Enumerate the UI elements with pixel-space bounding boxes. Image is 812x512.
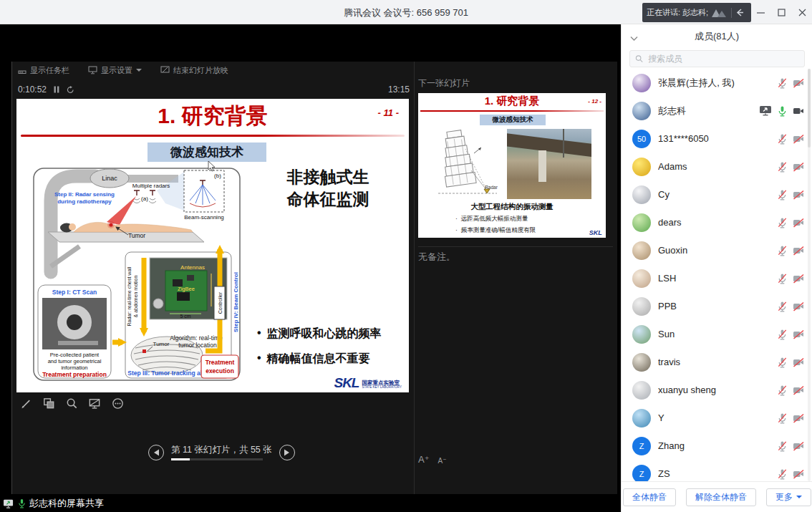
mute-all-button[interactable]: 全体静音: [623, 488, 676, 506]
camera-off-icon[interactable]: [793, 134, 804, 144]
avatar: Z: [632, 465, 651, 482]
mic-muted-icon[interactable]: [777, 161, 788, 173]
more-options-icon[interactable]: [110, 395, 125, 411]
avatar: [632, 185, 651, 204]
camera-off-icon[interactable]: [793, 274, 804, 284]
member-row[interactable]: xuanyu sheng: [622, 376, 812, 404]
minimize-button[interactable]: [750, 0, 771, 24]
member-row[interactable]: Sun: [622, 320, 812, 348]
zigbee-label: ZigBee: [178, 286, 195, 292]
member-row[interactable]: dears: [622, 208, 812, 236]
return-arrow-icon[interactable]: [735, 8, 745, 17]
mic-muted-icon[interactable]: [777, 273, 788, 284]
mic-muted-icon[interactable]: [777, 189, 788, 201]
preview-bullets: ·远距高低频大幅振动测量 ·频率测量准确/幅值精度有限: [455, 215, 536, 238]
camera-off-icon[interactable]: [793, 469, 804, 479]
member-row[interactable]: 50131****6050: [622, 125, 812, 153]
camera-off-icon[interactable]: [793, 441, 804, 451]
maximize-button[interactable]: [771, 0, 792, 24]
close-button[interactable]: [792, 0, 812, 24]
more-button[interactable]: 更多: [766, 488, 811, 506]
member-name: LSH: [658, 273, 777, 284]
pane-divider: [414, 62, 415, 494]
member-row[interactable]: ZZhang: [622, 432, 812, 460]
member-name: 131****6050: [658, 133, 777, 144]
svg-text:execution: execution: [206, 367, 234, 375]
member-row[interactable]: PPB: [622, 292, 812, 320]
member-row[interactable]: LSH: [622, 264, 812, 292]
mic-muted-icon[interactable]: [777, 301, 788, 312]
camera-off-icon[interactable]: [793, 413, 804, 423]
mic-muted-icon[interactable]: [777, 385, 788, 396]
slide-counter: 第 11 张幻灯片，共 55 张: [171, 444, 272, 456]
display-settings-button[interactable]: 显示设置: [88, 65, 142, 76]
next-slide-button[interactable]: [279, 445, 295, 460]
step4-label: Step IV: Beam Control: [233, 272, 239, 332]
member-row[interactable]: Cy: [622, 180, 812, 208]
radiotherapy-diagram: Linac Multiple radars (a) Step II: Radar…: [29, 166, 244, 382]
slide-title: 1. 研究背景: [16, 102, 409, 131]
more-caret-icon: [796, 496, 802, 498]
camera-icon[interactable]: [793, 106, 804, 116]
notes-font-decrease-button[interactable]: A⁻: [438, 457, 447, 465]
algorithm-label: Algorithm: real-time: [170, 334, 223, 342]
tencent-meeting-window: 腾讯会议 会议号: 656 959 701 正在讲话: 彭志科;: [0, 0, 812, 512]
titlebar: 腾讯会议 会议号: 656 959 701 正在讲话: 彭志科;: [0, 0, 812, 24]
mic-muted-icon[interactable]: [777, 217, 788, 228]
mic-muted-icon[interactable]: [777, 133, 788, 145]
mic-muted-icon[interactable]: [777, 440, 788, 452]
avatar: [632, 297, 651, 316]
tumor2-label: Tumor: [153, 341, 170, 347]
member-row[interactable]: 张晨辉(主持人, 我): [622, 69, 812, 97]
avatar: [632, 241, 651, 260]
slide-thumbnails-icon[interactable]: [41, 395, 57, 411]
pause-timer-icon[interactable]: [54, 86, 59, 93]
unmute-all-button[interactable]: 解除全体静音: [686, 488, 756, 506]
previous-slide-button[interactable]: [148, 445, 164, 460]
show-taskbar-button[interactable]: 显示任务栏: [18, 65, 69, 76]
camera-off-icon[interactable]: [793, 218, 804, 228]
mic-muted-icon[interactable]: [777, 329, 788, 340]
camera-off-icon[interactable]: [793, 246, 804, 256]
mic-on-icon[interactable]: [777, 105, 788, 117]
members-count-title: 成员(81人): [622, 30, 812, 43]
mic-muted-icon[interactable]: [777, 245, 788, 256]
screen-share-badge-icon[interactable]: [759, 105, 772, 116]
restart-timer-icon[interactable]: [67, 86, 74, 94]
notes-font-increase-button[interactable]: A⁺: [418, 454, 430, 465]
treatment-execution-label: Treatment: [206, 359, 235, 366]
zoom-icon[interactable]: [64, 395, 79, 411]
linac-label: Linac: [102, 175, 117, 182]
member-row[interactable]: Guoxin: [622, 236, 812, 264]
camera-off-icon[interactable]: [793, 385, 804, 395]
mic-muted-icon[interactable]: [777, 412, 788, 424]
member-row[interactable]: 彭志科: [622, 97, 812, 125]
tower-sketch: Radar: [431, 129, 503, 199]
treatment-preparation-label: Treatment preparation: [42, 371, 107, 378]
member-row[interactable]: travis: [622, 348, 812, 376]
member-search-input[interactable]: [647, 53, 799, 64]
svg-text:tumor location: tumor location: [178, 342, 217, 349]
camera-off-icon[interactable]: [793, 162, 804, 172]
camera-off-icon[interactable]: [793, 190, 804, 200]
precollected-label: Pre-collected patient: [50, 352, 100, 358]
pen-icon[interactable]: [18, 395, 34, 411]
camera-off-icon[interactable]: [793, 78, 804, 88]
mic-muted-icon[interactable]: [777, 357, 788, 368]
label-a: (a): [141, 195, 148, 202]
notes-text: 无备注。: [418, 251, 455, 264]
member-name: PPB: [658, 301, 777, 311]
mic-muted-icon[interactable]: [777, 468, 788, 480]
camera-off-icon[interactable]: [793, 301, 804, 311]
member-list-scrollbar[interactable]: [808, 69, 811, 481]
member-search-box[interactable]: [629, 50, 805, 67]
member-row[interactable]: Y: [622, 404, 812, 432]
end-slideshow-button[interactable]: 结束幻灯片放映: [160, 65, 228, 76]
black-screen-icon[interactable]: [87, 395, 102, 411]
mic-muted-icon[interactable]: [777, 77, 788, 89]
camera-off-icon[interactable]: [793, 357, 804, 367]
camera-off-icon[interactable]: [793, 329, 804, 339]
member-name: Zhang: [658, 440, 777, 451]
member-row[interactable]: Adams: [622, 153, 812, 180]
member-row[interactable]: ZZS: [622, 460, 812, 481]
